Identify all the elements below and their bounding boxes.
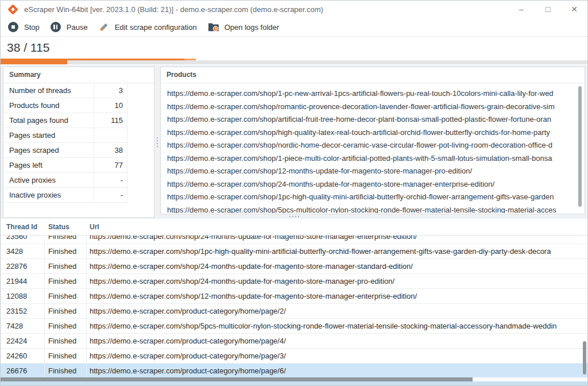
table-horizontal-scrollbar-thumb[interactable]	[1, 377, 473, 381]
threads-table-body: 23560 Finished https://demo.e-scraper.co…	[1, 235, 587, 379]
products-vertical-scrollbar[interactable]	[578, 86, 582, 207]
products-panel: Products https://demo.e-scraper.com/shop…	[160, 67, 585, 214]
table-row[interactable]: 21944 Finished https://demo.e-scraper.co…	[1, 274, 587, 289]
pause-icon	[51, 22, 61, 32]
column-header-thread-id[interactable]: Thread Id	[1, 223, 45, 231]
vertical-splitter[interactable]	[154, 67, 160, 218]
column-header-url[interactable]: Url	[87, 223, 587, 231]
table-row[interactable]: 12088 Finished https://demo.e-scraper.co…	[1, 289, 587, 304]
summary-value: 3	[94, 83, 127, 98]
pause-button[interactable]: Pause	[49, 21, 90, 33]
table-vertical-scrollbar[interactable]	[583, 341, 586, 375]
pencil-icon	[99, 22, 109, 32]
table-row[interactable]: 23560 Finished https://demo.e-scraper.co…	[1, 235, 587, 244]
pause-label: Pause	[67, 23, 88, 32]
threads-table-header: Thread Id Status Url	[1, 219, 587, 236]
maximize-button[interactable]: □	[535, 1, 561, 18]
edit-config-button[interactable]: Edit scrape configuration	[97, 21, 199, 33]
summary-label: Inactive proxies	[3, 188, 94, 203]
stop-label: Stop	[24, 23, 40, 32]
toolbar: Stop Pause Edit scrape configuration Ope…	[1, 18, 587, 37]
summary-value: 115	[94, 113, 127, 128]
list-item[interactable]: https://demo.e-scraper.com/shop/high-qua…	[167, 126, 584, 140]
summary-table: Number of threads 3 Products found 10 To…	[3, 83, 154, 203]
stop-button[interactable]: Stop	[6, 21, 41, 33]
products-panel-title: Products	[161, 67, 585, 83]
table-row-selected[interactable]: 26676 Finished https://demo.e-scraper.co…	[1, 364, 587, 379]
column-header-status[interactable]: Status	[45, 223, 87, 231]
summary-row: Pages left 77	[3, 158, 154, 173]
list-item[interactable]: https://demo.e-scraper.com/shop/24-month…	[167, 178, 584, 191]
summary-row: Pages scraped 38	[3, 143, 154, 158]
list-item[interactable]: https://demo.e-scraper.com/shop/nordic-h…	[167, 139, 584, 152]
table-row[interactable]: 3428 Finished https://demo.e-scraper.com…	[1, 244, 587, 259]
list-item[interactable]: https://demo.e-scraper.com/shop/1-pc-new…	[167, 87, 584, 101]
list-item[interactable]: https://demo.e-scraper.com/shop/1-piece-…	[167, 152, 584, 165]
summary-label: Pages left	[3, 158, 94, 173]
summary-label: Total pages found	[3, 113, 94, 128]
list-item[interactable]: https://demo.e-scraper.com/shop/12-month…	[167, 165, 584, 178]
window-controls: – □ ✕	[508, 1, 587, 18]
summary-row: Products found 10	[3, 98, 154, 113]
progress-bar-track	[1, 60, 587, 64]
summary-value: 10	[94, 98, 127, 113]
threads-table: Thread Id Status Url 23560 Finished http…	[1, 219, 587, 385]
summary-label: Products found	[3, 98, 94, 113]
summary-row: Number of threads 3	[3, 83, 154, 98]
summary-row: Inactive proxies -	[3, 188, 154, 203]
list-item[interactable]: https://demo.e-scraper.com/shop/1pc-high…	[167, 191, 584, 204]
summary-value: 38	[94, 143, 127, 158]
table-row[interactable]: 23152 Finished https://demo.e-scraper.co…	[1, 304, 587, 319]
summary-label: Number of threads	[3, 83, 94, 98]
main-area: Summary Number of threads 3 Products fou…	[1, 65, 587, 385]
logs-folder-icon	[208, 22, 219, 32]
minimize-button[interactable]: –	[508, 1, 535, 18]
title-bar: eScraper Win-64bit [ver. 2023.1.0 (Build…	[1, 1, 587, 18]
stop-icon	[8, 22, 18, 32]
edit-config-label: Edit scrape configuration	[115, 23, 197, 32]
summary-value: 77	[94, 158, 127, 173]
summary-value: -	[94, 188, 127, 203]
open-logs-button[interactable]: Open logs folder	[206, 21, 281, 33]
list-item[interactable]: https://demo.e-scraper.com/shop/5pcs-mul…	[167, 204, 584, 214]
summary-panel: Summary Number of threads 3 Products fou…	[3, 67, 154, 218]
window-bottom-edge	[1, 381, 587, 385]
summary-row: Total pages found 115	[3, 113, 154, 128]
summary-panel-title: Summary	[3, 67, 154, 83]
summary-value: -	[94, 173, 127, 188]
table-row[interactable]: 22424 Finished https://demo.e-scraper.co…	[1, 334, 587, 349]
list-item[interactable]: https://demo.e-scraper.com/shop/romantic…	[167, 101, 584, 114]
progress-bar-fill	[1, 60, 67, 64]
progress-count: 38 / 115	[7, 41, 49, 55]
horizontal-splitter[interactable]	[1, 214, 587, 219]
table-row[interactable]: 22876 Finished https://demo.e-scraper.co…	[1, 259, 587, 274]
summary-label: Active proxies	[3, 173, 94, 188]
summary-row: Pages started	[3, 128, 154, 143]
open-logs-label: Open logs folder	[225, 23, 279, 32]
summary-label: Pages scraped	[3, 143, 94, 158]
products-list: https://demo.e-scraper.com/shop/1-pc-new…	[161, 83, 584, 213]
summary-value	[94, 128, 127, 143]
summary-label: Pages started	[3, 128, 94, 143]
window-title: eScraper Win-64bit [ver. 2023.1.0 (Build…	[24, 5, 323, 14]
close-button[interactable]: ✕	[561, 1, 587, 18]
table-row[interactable]: 7428 Finished https://demo.e-scraper.com…	[1, 319, 587, 334]
list-item[interactable]: https://demo.e-scraper.com/shop/artifici…	[167, 113, 584, 126]
table-horizontal-scrollbar-track[interactable]	[1, 377, 587, 381]
table-row[interactable]: 24260 Finished https://demo.e-scraper.co…	[1, 349, 587, 364]
app-logo-icon	[7, 4, 18, 14]
progress-section: 38 / 115	[1, 37, 587, 65]
summary-row: Active proxies -	[3, 173, 154, 188]
